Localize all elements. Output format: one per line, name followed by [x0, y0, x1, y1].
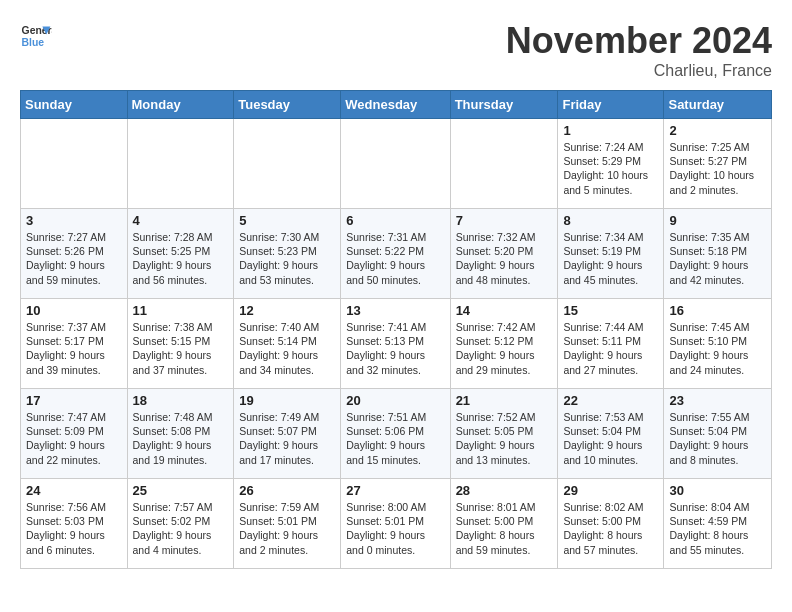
- calendar-cell: 1Sunrise: 7:24 AM Sunset: 5:29 PM Daylig…: [558, 119, 664, 209]
- day-info: Sunrise: 7:27 AM Sunset: 5:26 PM Dayligh…: [26, 230, 122, 287]
- calendar-cell: 22Sunrise: 7:53 AM Sunset: 5:04 PM Dayli…: [558, 389, 664, 479]
- day-number: 27: [346, 483, 444, 498]
- calendar-row: 1Sunrise: 7:24 AM Sunset: 5:29 PM Daylig…: [21, 119, 772, 209]
- day-number: 20: [346, 393, 444, 408]
- calendar-cell: 8Sunrise: 7:34 AM Sunset: 5:19 PM Daylig…: [558, 209, 664, 299]
- day-info: Sunrise: 7:40 AM Sunset: 5:14 PM Dayligh…: [239, 320, 335, 377]
- day-number: 10: [26, 303, 122, 318]
- calendar-cell: 24Sunrise: 7:56 AM Sunset: 5:03 PM Dayli…: [21, 479, 128, 569]
- day-info: Sunrise: 7:32 AM Sunset: 5:20 PM Dayligh…: [456, 230, 553, 287]
- day-number: 25: [133, 483, 229, 498]
- day-info: Sunrise: 7:45 AM Sunset: 5:10 PM Dayligh…: [669, 320, 766, 377]
- day-info: Sunrise: 7:51 AM Sunset: 5:06 PM Dayligh…: [346, 410, 444, 467]
- day-info: Sunrise: 7:41 AM Sunset: 5:13 PM Dayligh…: [346, 320, 444, 377]
- day-number: 11: [133, 303, 229, 318]
- day-info: Sunrise: 8:00 AM Sunset: 5:01 PM Dayligh…: [346, 500, 444, 557]
- calendar-cell: 27Sunrise: 8:00 AM Sunset: 5:01 PM Dayli…: [341, 479, 450, 569]
- day-number: 17: [26, 393, 122, 408]
- day-info: Sunrise: 7:56 AM Sunset: 5:03 PM Dayligh…: [26, 500, 122, 557]
- calendar-cell: 29Sunrise: 8:02 AM Sunset: 5:00 PM Dayli…: [558, 479, 664, 569]
- logo-icon: General Blue: [20, 20, 52, 52]
- day-info: Sunrise: 7:34 AM Sunset: 5:19 PM Dayligh…: [563, 230, 658, 287]
- day-info: Sunrise: 7:42 AM Sunset: 5:12 PM Dayligh…: [456, 320, 553, 377]
- weekday-header: Sunday: [21, 91, 128, 119]
- day-number: 15: [563, 303, 658, 318]
- day-info: Sunrise: 7:49 AM Sunset: 5:07 PM Dayligh…: [239, 410, 335, 467]
- weekday-header: Wednesday: [341, 91, 450, 119]
- day-number: 29: [563, 483, 658, 498]
- day-number: 24: [26, 483, 122, 498]
- calendar-cell: 10Sunrise: 7:37 AM Sunset: 5:17 PM Dayli…: [21, 299, 128, 389]
- calendar-cell: [21, 119, 128, 209]
- calendar-cell: [127, 119, 234, 209]
- calendar-cell: [450, 119, 558, 209]
- calendar-cell: [341, 119, 450, 209]
- day-info: Sunrise: 7:48 AM Sunset: 5:08 PM Dayligh…: [133, 410, 229, 467]
- day-number: 9: [669, 213, 766, 228]
- day-number: 7: [456, 213, 553, 228]
- day-number: 19: [239, 393, 335, 408]
- day-info: Sunrise: 7:35 AM Sunset: 5:18 PM Dayligh…: [669, 230, 766, 287]
- calendar-cell: 19Sunrise: 7:49 AM Sunset: 5:07 PM Dayli…: [234, 389, 341, 479]
- day-number: 1: [563, 123, 658, 138]
- page-header: General Blue November 2024 Charlieu, Fra…: [20, 20, 772, 80]
- day-info: Sunrise: 7:25 AM Sunset: 5:27 PM Dayligh…: [669, 140, 766, 197]
- day-number: 23: [669, 393, 766, 408]
- calendar-cell: 4Sunrise: 7:28 AM Sunset: 5:25 PM Daylig…: [127, 209, 234, 299]
- weekday-header: Tuesday: [234, 91, 341, 119]
- day-number: 12: [239, 303, 335, 318]
- svg-text:Blue: Blue: [22, 37, 45, 48]
- calendar-cell: 18Sunrise: 7:48 AM Sunset: 5:08 PM Dayli…: [127, 389, 234, 479]
- calendar-cell: 7Sunrise: 7:32 AM Sunset: 5:20 PM Daylig…: [450, 209, 558, 299]
- calendar-row: 10Sunrise: 7:37 AM Sunset: 5:17 PM Dayli…: [21, 299, 772, 389]
- calendar-cell: 20Sunrise: 7:51 AM Sunset: 5:06 PM Dayli…: [341, 389, 450, 479]
- calendar-cell: 23Sunrise: 7:55 AM Sunset: 5:04 PM Dayli…: [664, 389, 772, 479]
- day-info: Sunrise: 7:55 AM Sunset: 5:04 PM Dayligh…: [669, 410, 766, 467]
- day-info: Sunrise: 8:04 AM Sunset: 4:59 PM Dayligh…: [669, 500, 766, 557]
- calendar-cell: 3Sunrise: 7:27 AM Sunset: 5:26 PM Daylig…: [21, 209, 128, 299]
- day-info: Sunrise: 7:53 AM Sunset: 5:04 PM Dayligh…: [563, 410, 658, 467]
- calendar-table: SundayMondayTuesdayWednesdayThursdayFrid…: [20, 90, 772, 569]
- calendar-cell: 2Sunrise: 7:25 AM Sunset: 5:27 PM Daylig…: [664, 119, 772, 209]
- day-info: Sunrise: 7:52 AM Sunset: 5:05 PM Dayligh…: [456, 410, 553, 467]
- logo: General Blue: [20, 20, 52, 52]
- day-number: 16: [669, 303, 766, 318]
- day-info: Sunrise: 7:57 AM Sunset: 5:02 PM Dayligh…: [133, 500, 229, 557]
- calendar-cell: [234, 119, 341, 209]
- weekday-header-row: SundayMondayTuesdayWednesdayThursdayFrid…: [21, 91, 772, 119]
- day-number: 3: [26, 213, 122, 228]
- calendar-cell: 5Sunrise: 7:30 AM Sunset: 5:23 PM Daylig…: [234, 209, 341, 299]
- weekday-header: Friday: [558, 91, 664, 119]
- calendar-cell: 9Sunrise: 7:35 AM Sunset: 5:18 PM Daylig…: [664, 209, 772, 299]
- day-info: Sunrise: 7:24 AM Sunset: 5:29 PM Dayligh…: [563, 140, 658, 197]
- day-number: 14: [456, 303, 553, 318]
- day-info: Sunrise: 8:01 AM Sunset: 5:00 PM Dayligh…: [456, 500, 553, 557]
- calendar-cell: 15Sunrise: 7:44 AM Sunset: 5:11 PM Dayli…: [558, 299, 664, 389]
- calendar-cell: 26Sunrise: 7:59 AM Sunset: 5:01 PM Dayli…: [234, 479, 341, 569]
- day-number: 18: [133, 393, 229, 408]
- calendar-cell: 6Sunrise: 7:31 AM Sunset: 5:22 PM Daylig…: [341, 209, 450, 299]
- day-info: Sunrise: 7:30 AM Sunset: 5:23 PM Dayligh…: [239, 230, 335, 287]
- location: Charlieu, France: [506, 62, 772, 80]
- calendar-cell: 25Sunrise: 7:57 AM Sunset: 5:02 PM Dayli…: [127, 479, 234, 569]
- calendar-row: 24Sunrise: 7:56 AM Sunset: 5:03 PM Dayli…: [21, 479, 772, 569]
- weekday-header: Saturday: [664, 91, 772, 119]
- calendar-cell: 14Sunrise: 7:42 AM Sunset: 5:12 PM Dayli…: [450, 299, 558, 389]
- calendar-cell: 17Sunrise: 7:47 AM Sunset: 5:09 PM Dayli…: [21, 389, 128, 479]
- day-info: Sunrise: 7:31 AM Sunset: 5:22 PM Dayligh…: [346, 230, 444, 287]
- calendar-cell: 30Sunrise: 8:04 AM Sunset: 4:59 PM Dayli…: [664, 479, 772, 569]
- weekday-header: Monday: [127, 91, 234, 119]
- calendar-cell: 16Sunrise: 7:45 AM Sunset: 5:10 PM Dayli…: [664, 299, 772, 389]
- day-number: 30: [669, 483, 766, 498]
- month-title: November 2024: [506, 20, 772, 62]
- day-number: 8: [563, 213, 658, 228]
- day-number: 2: [669, 123, 766, 138]
- day-number: 26: [239, 483, 335, 498]
- calendar-cell: 13Sunrise: 7:41 AM Sunset: 5:13 PM Dayli…: [341, 299, 450, 389]
- day-number: 22: [563, 393, 658, 408]
- weekday-header: Thursday: [450, 91, 558, 119]
- day-info: Sunrise: 7:38 AM Sunset: 5:15 PM Dayligh…: [133, 320, 229, 377]
- day-number: 6: [346, 213, 444, 228]
- day-number: 13: [346, 303, 444, 318]
- day-info: Sunrise: 8:02 AM Sunset: 5:00 PM Dayligh…: [563, 500, 658, 557]
